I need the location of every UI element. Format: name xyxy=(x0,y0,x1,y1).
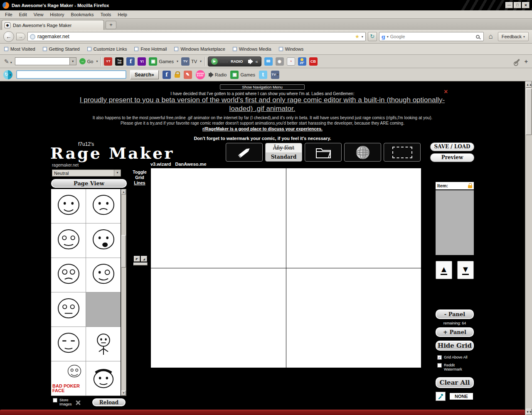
radio-player-widget[interactable]: ...... RADIO xyxy=(208,56,261,66)
youtube-icon[interactable]: YT xyxy=(104,57,112,66)
grid-above-all-checkbox[interactable] xyxy=(437,355,442,360)
facebook-icon[interactable]: f xyxy=(126,57,135,66)
tv-menu[interactable]: TVTV xyxy=(181,57,202,66)
menu-tools[interactable]: Tools xyxy=(97,11,115,18)
tv-small-icon[interactable]: TV xyxy=(271,71,279,79)
color-picker-button[interactable] xyxy=(436,392,446,401)
font-selector-button[interactable]: Äñy fônt Standard xyxy=(265,143,302,162)
bookmark-windows[interactable]: Windows xyxy=(279,47,304,52)
face-thumbnail[interactable] xyxy=(86,189,121,223)
toolbar-combobox-input[interactable] xyxy=(15,58,69,65)
face-thumbnail-bad-poker-face[interactable]: BAD POKER FACE xyxy=(51,361,86,395)
resize-slider[interactable] xyxy=(133,263,148,265)
lock-icon[interactable] xyxy=(175,74,180,78)
bookmark-free-hotmail[interactable]: Free Hotmail xyxy=(134,47,167,52)
reddit-watermark-checkbox[interactable] xyxy=(437,363,442,368)
twitter-icon[interactable]: t xyxy=(259,71,267,79)
scroll-up-icon[interactable] xyxy=(121,189,126,194)
weather-icon[interactable]: 25° xyxy=(298,57,306,66)
paint-icon[interactable] xyxy=(184,71,192,79)
url-text[interactable]: ragemaker.net xyxy=(37,34,353,39)
reload-faces-button[interactable]: Reload xyxy=(92,398,126,406)
bookmark-most-visited[interactable]: Most Visited xyxy=(4,47,35,52)
url-bar[interactable]: ragemaker.net xyxy=(27,32,366,41)
cb-app-icon[interactable]: CB xyxy=(309,57,318,66)
menu-help[interactable]: Help xyxy=(114,11,131,18)
face-thumbnail[interactable] xyxy=(51,189,86,223)
menu-bookmarks[interactable]: Bookmarks xyxy=(68,11,97,18)
new-tab-button[interactable] xyxy=(106,21,116,29)
face-thumbnail[interactable] xyxy=(86,258,121,292)
toggle-grid-lines[interactable]: Toggle Grid Lines xyxy=(131,169,149,186)
webcam-icon[interactable] xyxy=(276,57,284,66)
forward-button[interactable] xyxy=(16,33,25,40)
toolbar-search-input[interactable] xyxy=(16,70,126,79)
tools-icon[interactable] xyxy=(75,400,81,406)
home-button[interactable] xyxy=(486,32,496,42)
scroll-up-icon[interactable]: ▲ xyxy=(526,81,532,88)
facebook-icon[interactable]: f xyxy=(163,71,171,79)
search-input[interactable] xyxy=(390,34,474,39)
preview-button[interactable]: Preview xyxy=(430,153,474,162)
add-panel-button[interactable]: + Panel xyxy=(436,327,474,337)
face-thumbnail[interactable] xyxy=(51,327,86,361)
scrollbar-thumb[interactable] xyxy=(121,235,126,268)
background-none-button[interactable]: NONE xyxy=(449,392,474,400)
alarm-icon[interactable] xyxy=(287,57,295,66)
bookmark-windows-marketplace[interactable]: Windows Marketplace xyxy=(174,47,225,52)
go-button[interactable]: Go xyxy=(79,58,98,64)
feedback-button[interactable]: Feedback xyxy=(498,32,529,41)
page-scrollbar[interactable]: ▲ ▼ xyxy=(525,81,532,415)
games-link[interactable]: Games xyxy=(230,71,255,79)
category-select[interactable]: Neutral xyxy=(52,169,121,177)
restore-icon[interactable] xyxy=(514,2,521,8)
face-slot-empty[interactable] xyxy=(86,292,121,327)
bookmark-customize-links[interactable]: Customize Links xyxy=(87,47,127,52)
grid-above-all-option[interactable]: Grid Above All xyxy=(437,355,468,360)
games-menu[interactable]: Games xyxy=(149,57,178,66)
menu-view[interactable]: View xyxy=(30,11,47,18)
subreddit-link[interactable]: r/RageMaker is a good place to discuss y… xyxy=(0,126,525,131)
bookmark-star-icon[interactable] xyxy=(355,34,360,39)
play-icon[interactable] xyxy=(211,58,218,65)
store-images-option[interactable]: Store Images xyxy=(53,398,72,406)
face-thumbnail[interactable] xyxy=(86,223,121,258)
remove-panel-button[interactable]: - Panel xyxy=(436,309,474,319)
yahoo-icon[interactable]: Y! xyxy=(138,57,146,66)
resize-handle-icon[interactable]: ◢ xyxy=(141,256,147,262)
clear-all-button[interactable]: Clear All xyxy=(436,377,474,388)
search-engine-dropdown-icon[interactable] xyxy=(387,35,389,39)
face-thumbnail[interactable] xyxy=(51,292,86,327)
edit-tool-icon[interactable] xyxy=(4,58,12,65)
wrench-icon[interactable] xyxy=(515,59,520,64)
toolbar-combobox[interactable] xyxy=(15,57,76,65)
save-load-button[interactable]: SAVE / LOAD xyxy=(430,142,474,151)
face-palette-scrollbar[interactable] xyxy=(121,189,126,396)
scroll-down-icon[interactable]: ▼ xyxy=(526,409,532,415)
scrollbar-thumb[interactable] xyxy=(526,88,532,135)
face-thumbnail[interactable] xyxy=(51,258,86,292)
move-item-up-button[interactable] xyxy=(436,261,452,279)
scroll-down-icon[interactable] xyxy=(121,390,126,395)
menu-edit[interactable]: Edit xyxy=(16,11,30,18)
close-icon[interactable] xyxy=(522,2,530,8)
url-dropdown-icon[interactable] xyxy=(362,35,363,39)
tab-active[interactable]: Dan Awesome's Rage Maker xyxy=(2,20,104,30)
face-thumbnail[interactable] xyxy=(86,361,121,395)
radio-station-label[interactable]: RADIO xyxy=(231,59,246,64)
search-icon[interactable] xyxy=(476,35,480,39)
toolbar-search-button[interactable]: Search» xyxy=(130,70,159,79)
toolbar-brand-icon[interactable] xyxy=(3,70,12,79)
draw-tool-button[interactable] xyxy=(226,143,263,162)
select-tool-button[interactable] xyxy=(384,143,421,162)
bookmark-windows-media[interactable]: Windows Media xyxy=(233,47,271,52)
add-app-icon[interactable] xyxy=(525,58,528,65)
open-file-button[interactable] xyxy=(305,143,342,162)
minimize-icon[interactable] xyxy=(505,2,513,8)
top100-icon[interactable]: Top 100 xyxy=(115,57,123,66)
face-thumbnail[interactable] xyxy=(86,327,121,361)
comic-canvas[interactable] xyxy=(151,168,421,368)
search-bar[interactable]: g xyxy=(379,32,484,41)
lock-icon[interactable] xyxy=(468,185,472,188)
announcement-close-icon[interactable]: × xyxy=(444,89,448,95)
